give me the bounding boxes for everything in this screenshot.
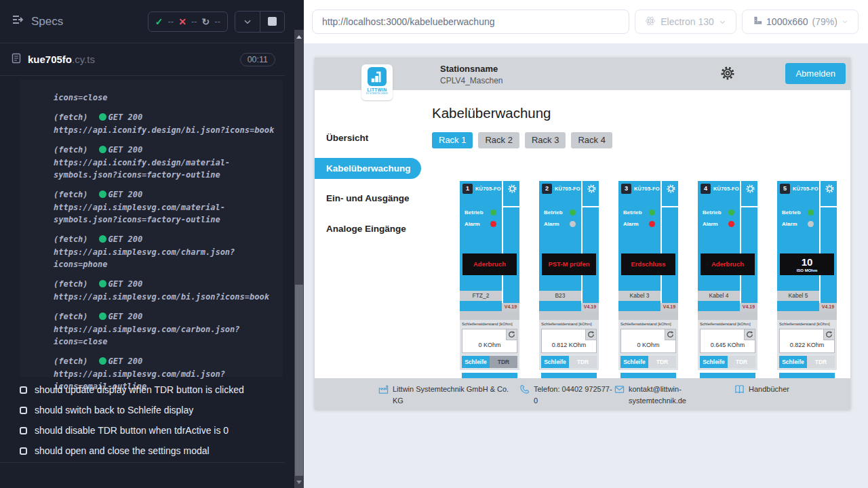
run-controls [235, 11, 285, 33]
sidebar-item-uebersicht[interactable]: Übersicht [315, 127, 421, 148]
spec-file-row[interactable]: kue705fo .cy.ts 00:11 [0, 43, 285, 76]
refresh-button[interactable] [506, 329, 517, 340]
test-item[interactable]: should disable TDR button when tdrActive… [0, 420, 285, 441]
settings-gear-icon[interactable] [719, 65, 736, 84]
tdr-button[interactable]: TDR [569, 356, 597, 368]
footer-manuals[interactable]: Handbücher [734, 384, 789, 396]
device-model: KÜ705-FO [793, 186, 818, 192]
specs-list-icon [11, 13, 24, 30]
test-stats: ✓ -- ✕ -- ↻ -- [148, 12, 228, 32]
betrieb-label: Betrieb [623, 209, 642, 216]
alarm-led [490, 221, 496, 227]
card-gear-icon[interactable] [507, 184, 517, 197]
scroll-up-icon[interactable] [296, 35, 302, 39]
card-gear-icon[interactable] [666, 184, 676, 197]
log-entry[interactable]: (fetch)GET 200 https://api.simplesvg.com… [54, 235, 280, 270]
schleife-button[interactable]: Schleife [620, 356, 648, 368]
stop-icon [268, 17, 277, 26]
alarm-label: Alarm [782, 221, 797, 227]
scrollbar-track[interactable] [294, 30, 304, 488]
schleife-button[interactable]: Schleife [700, 356, 728, 368]
resistance-panel: Schleifenwiderstand [kOhm] 0 KOhm Schlei… [460, 320, 519, 370]
log-entry[interactable]: (fetch)GET 200 https://api.simplesvg.com… [54, 312, 280, 348]
browser-name: Electron 130 [660, 16, 714, 27]
log-prefix: (fetch) [54, 279, 88, 289]
schleife-button[interactable]: Schleife [541, 356, 569, 368]
mode-buttons: Schleife TDR [620, 356, 676, 368]
test-label: should open and close the settings modal [35, 445, 210, 456]
sidebar-item-kabelueberwachung[interactable]: Kabelüberwachung [315, 158, 421, 179]
resistance-label: Schleifenwiderstand [kOhm] [462, 322, 513, 326]
tdr-button[interactable]: TDR [807, 356, 835, 368]
passed-count: -- [168, 16, 174, 26]
viewport-selector[interactable]: 1000x660 (79%) [742, 9, 859, 34]
tdr-button[interactable]: TDR [648, 356, 676, 368]
scroll-down-icon[interactable] [296, 481, 302, 484]
schleife-button[interactable]: Schleife [462, 356, 490, 368]
browser-selector[interactable]: Electron 130 [635, 9, 736, 34]
sidebar-item-ein-und-ausgaenge[interactable]: Ein- und Ausgänge [315, 188, 421, 209]
slot-number: 4 [701, 184, 711, 194]
slot-number: 1 [462, 184, 473, 194]
betrieb-label: Betrieb [465, 209, 484, 216]
log-status: GET 200 [108, 190, 143, 199]
log-prefix: (fetch) [54, 357, 88, 366]
test-item[interactable]: should switch back to Schleife display [0, 400, 285, 420]
tdr-button[interactable]: TDR [490, 356, 517, 368]
tab-rack-3[interactable]: Rack 3 [525, 132, 566, 148]
betrieb-led [490, 209, 496, 216]
chevron-down-icon [842, 18, 848, 25]
tab-rack-2[interactable]: Rack 2 [478, 132, 519, 148]
refresh-button[interactable] [823, 329, 834, 340]
stop-button[interactable] [260, 12, 284, 32]
test-item[interactable]: should update display when TDR button is… [0, 380, 285, 400]
tab-rack-1[interactable]: Rack 1 [432, 132, 473, 148]
scrollbar-thumb[interactable] [295, 285, 303, 476]
logout-button[interactable]: Abmelden [785, 63, 846, 84]
test-state-icon [20, 407, 27, 414]
collapse-button[interactable] [235, 12, 260, 32]
url-input[interactable]: http://localhost:3000/kabelueberwachung [312, 9, 629, 34]
alarm-led [808, 221, 814, 227]
specs-title[interactable]: Specs [11, 13, 63, 30]
log-entry[interactable]: (fetch)GET 200 https://api.iconify.desig… [54, 113, 280, 136]
station-name: CPLV4_Maschen [440, 76, 503, 85]
test-label: should switch back to Schleife display [35, 405, 193, 415]
device-card-1: 1 KÜ705-FO Betrieb Alarm Aderbruch FTZ_2… [460, 181, 519, 384]
littwin-logo-icon [368, 67, 387, 86]
card-gear-icon[interactable] [745, 184, 755, 197]
firmware-version: V4.19 [581, 303, 599, 311]
refresh-button[interactable] [744, 329, 755, 340]
resistance-readout: 0.645 KOhm [700, 329, 755, 353]
footer-email[interactable]: kontakt@littwin-systemtechnik.de [614, 384, 693, 406]
log-entry[interactable]: (fetch)GET 200 https://api.simplesvg.com… [54, 190, 280, 226]
schleife-button[interactable]: Schleife [779, 356, 807, 368]
spec-file-ext: .cy.ts [72, 54, 95, 65]
sidebar-item-analoge-eingaenge[interactable]: Analoge Eingänge [315, 218, 421, 239]
refresh-button[interactable] [665, 329, 675, 340]
electron-icon [645, 16, 656, 28]
alarm-text: Erdschluss [631, 261, 665, 268]
card-gear-icon[interactable] [587, 184, 597, 197]
refresh-button[interactable] [585, 329, 596, 340]
resistance-value: 0 KOhm [621, 342, 675, 348]
log-url: https://api.iconify.design/bi.json?icons… [54, 124, 280, 136]
log-entry[interactable]: (fetch)GET 200 https://api.iconify.desig… [54, 145, 280, 181]
card-gear-icon[interactable] [825, 184, 835, 197]
tab-rack-4[interactable]: Rack 4 [571, 132, 612, 148]
log-status: GET 200 [108, 279, 143, 289]
log-entry[interactable]: (fetch)GET 200 https://api.simplesvg.com… [54, 279, 280, 303]
display-unit: ISO MOhm [797, 268, 818, 272]
resistance-label: Schleifenwiderstand [kOhm] [620, 322, 671, 326]
device-model: KÜ705-FO [555, 186, 580, 192]
test-state-icon [20, 447, 27, 455]
tdr-button[interactable]: TDR [728, 356, 755, 368]
test-label: should disable TDR button when tdrActive… [35, 425, 229, 436]
resistance-label: Schleifenwiderstand [kOhm] [541, 322, 592, 326]
resistance-panel: Schleifenwiderstand [kOhm] 0.812 KOhm Sc… [539, 320, 599, 370]
app-footer: Littwin Systemtechnik GmbH & Co. KG Tele… [315, 378, 850, 409]
test-item[interactable]: should open and close the settings modal [0, 441, 285, 461]
mode-buttons: Schleife TDR [700, 356, 755, 368]
company-name: Littwin Systemtechnik GmbH & Co. KG [393, 384, 513, 406]
log-entry[interactable]: icons=close [54, 92, 280, 104]
